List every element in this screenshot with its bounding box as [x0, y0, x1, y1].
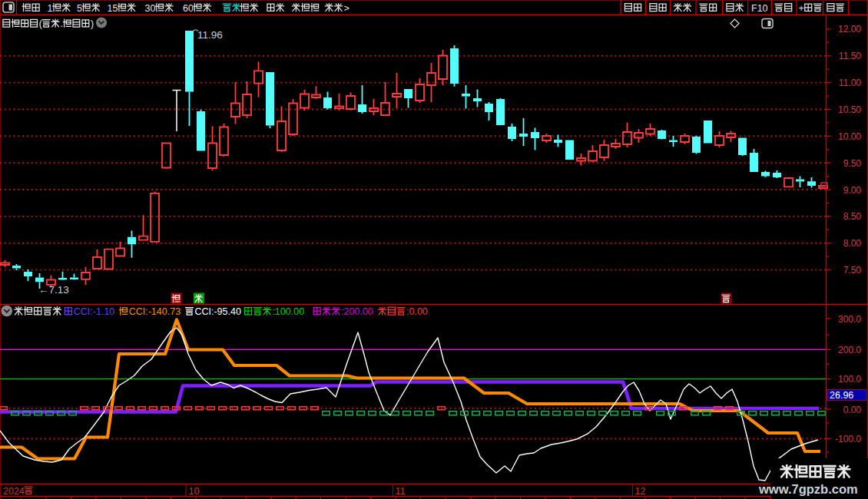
svg-text:10: 10 [189, 486, 200, 497]
svg-text:12: 12 [635, 486, 646, 497]
svg-text:←7.13: ←7.13 [38, 284, 69, 296]
svg-text:8.00: 8.00 [843, 238, 862, 249]
svg-text:www.7gpzb.com: www.7gpzb.com [758, 482, 858, 496]
svg-text:CCI:-140.73: CCI:-140.73 [129, 306, 181, 317]
svg-text:11: 11 [396, 486, 406, 497]
svg-text:CCI:-95.40: CCI:-95.40 [194, 306, 240, 317]
svg-text:60: 60 [183, 3, 194, 14]
svg-text:F10: F10 [751, 3, 768, 14]
svg-text:12.00: 12.00 [838, 24, 861, 35]
svg-text:8.50: 8.50 [843, 211, 862, 222]
svg-text:1: 1 [48, 3, 53, 14]
svg-text:9.50: 9.50 [843, 158, 862, 169]
svg-text:+: + [799, 3, 804, 14]
svg-text::200.00: :200.00 [341, 306, 373, 317]
svg-text:CCI:-1.10: CCI:-1.10 [74, 306, 115, 317]
svg-text:15: 15 [108, 3, 118, 14]
svg-text:(: ( [39, 18, 42, 29]
svg-text::0.00: :0.00 [406, 306, 428, 317]
svg-text:100.0: 100.0 [838, 374, 861, 385]
svg-text:200.0: 200.0 [838, 345, 861, 355]
svg-text::100.00: :100.00 [272, 306, 304, 317]
svg-text:26.96: 26.96 [830, 390, 853, 401]
svg-text:2024: 2024 [3, 486, 25, 497]
svg-text:11.50: 11.50 [839, 51, 861, 61]
svg-text:7.50: 7.50 [843, 265, 862, 276]
svg-text:11.96: 11.96 [197, 29, 223, 41]
svg-text:): ) [91, 18, 94, 29]
svg-text:0.00: 0.00 [843, 405, 862, 415]
svg-text:300.0: 300.0 [838, 314, 861, 325]
svg-text:10.50: 10.50 [838, 104, 861, 115]
svg-text:30: 30 [145, 3, 156, 14]
svg-text:.: . [61, 18, 63, 29]
svg-text:9.00: 9.00 [843, 185, 862, 196]
svg-text:-100.0: -100.0 [835, 434, 861, 444]
svg-text:>: > [344, 3, 350, 14]
svg-text:11.00: 11.00 [839, 78, 861, 88]
svg-text:5: 5 [77, 3, 82, 14]
svg-text:10.00: 10.00 [838, 131, 861, 142]
